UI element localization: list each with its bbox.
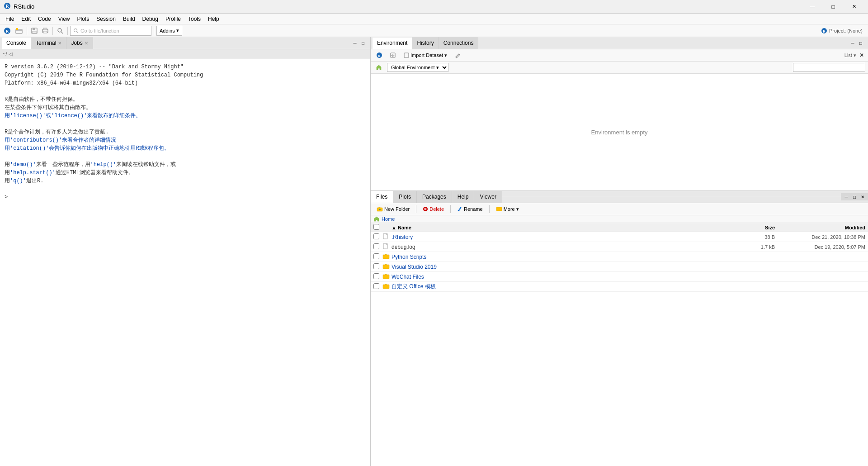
- console-maximize-button[interactable]: □: [359, 39, 367, 47]
- main-layout: Console Terminal ✕ Jobs ✕ ─ □ ~/ ◁ R ver…: [0, 37, 868, 466]
- menu-view[interactable]: View: [55, 14, 74, 24]
- minimize-button[interactable]: ─: [802, 0, 823, 14]
- close-jobs-tab[interactable]: ✕: [85, 41, 88, 46]
- tab-viewer[interactable]: Viewer: [474, 191, 502, 203]
- tab-plots[interactable]: Plots: [393, 191, 417, 203]
- menu-plots[interactable]: Plots: [74, 14, 93, 24]
- tab-terminal[interactable]: Terminal ✕: [31, 37, 66, 49]
- tab-connections[interactable]: Connections: [439, 37, 479, 49]
- svg-rect-28: [496, 207, 502, 211]
- menu-tools[interactable]: Tools: [184, 14, 204, 24]
- console-line-6: 用'license()'或'licence()'来看散布的详细条件。: [5, 112, 366, 120]
- file-checkbox[interactable]: [373, 283, 379, 289]
- console-path-bar: ~/ ◁: [0, 49, 370, 59]
- file-row: Python Scripts: [371, 252, 868, 262]
- svg-rect-5: [16, 28, 18, 30]
- env-load-button[interactable]: [387, 51, 399, 60]
- file-name[interactable]: 自定义 Office 模板: [392, 283, 730, 290]
- svg-text:R: R: [6, 29, 9, 33]
- console-line-blank1: [5, 87, 366, 95]
- new-folder-button[interactable]: + New Folder: [373, 204, 413, 214]
- addins-chevron-icon: ▾: [176, 28, 179, 33]
- menu-help[interactable]: Help: [204, 14, 223, 24]
- tab-help[interactable]: Help: [452, 191, 475, 203]
- console-output[interactable]: R version 3.6.2 (2019-12-12) -- "Dark an…: [0, 59, 370, 466]
- select-all-checkbox[interactable]: [373, 224, 379, 230]
- file-icon: [382, 233, 392, 241]
- menu-build[interactable]: Build: [119, 14, 139, 24]
- print-button[interactable]: [40, 26, 50, 36]
- svg-rect-22: [404, 53, 409, 57]
- console-line-1: R version 3.6.2 (2019-12-12) -- "Dark an…: [5, 63, 366, 71]
- env-minimize-button[interactable]: ─: [849, 39, 856, 47]
- tab-environment[interactable]: Environment: [373, 38, 412, 49]
- menu-code[interactable]: Code: [34, 14, 55, 24]
- breadcrumb-home[interactable]: Home: [382, 216, 395, 222]
- env-search-input[interactable]: [793, 63, 865, 72]
- env-close-button[interactable]: ✕: [858, 52, 865, 59]
- maximize-button[interactable]: □: [823, 0, 844, 14]
- file-checkbox[interactable]: [373, 253, 379, 259]
- menubar: File Edit Code View Plots Session Build …: [0, 14, 868, 24]
- env-save-button[interactable]: R: [373, 51, 385, 60]
- files-minimize-button[interactable]: ─: [843, 193, 850, 200]
- file-name[interactable]: .Rhistory: [392, 234, 730, 240]
- console-line-5: 在某些条件下你可以将其自由散布。: [5, 104, 366, 112]
- file-name[interactable]: debug.log: [392, 244, 730, 250]
- svg-rect-11: [43, 31, 47, 33]
- new-script-button[interactable]: R: [2, 26, 13, 36]
- open-button[interactable]: [14, 26, 24, 36]
- close-button[interactable]: ✕: [844, 0, 864, 14]
- save-button[interactable]: [29, 26, 39, 36]
- menu-profile[interactable]: Profile: [162, 14, 184, 24]
- console-line-12: 用'q()'退出R.: [5, 177, 366, 185]
- go-to-function-input[interactable]: Go to file/function: [70, 26, 151, 36]
- env-empty-message: Environment is empty: [371, 74, 868, 190]
- tab-packages[interactable]: Packages: [417, 191, 452, 203]
- file-name[interactable]: Python Scripts: [392, 254, 730, 260]
- tab-files[interactable]: Files: [371, 191, 393, 203]
- file-name[interactable]: Visual Studio 2019: [392, 264, 730, 270]
- console-line-9: 用'citation()'会告诉你如何在出版物中正确地引用R或R程序包。: [5, 144, 366, 152]
- tab-history[interactable]: History: [412, 37, 439, 49]
- console-prompt[interactable]: >: [5, 193, 366, 201]
- svg-point-12: [58, 29, 61, 32]
- go-to-func-placeholder: Go to file/function: [80, 28, 119, 33]
- rename-button[interactable]: Rename: [454, 204, 486, 214]
- menu-session[interactable]: Session: [93, 14, 119, 24]
- close-terminal-tab[interactable]: ✕: [58, 41, 61, 46]
- file-checkbox[interactable]: [373, 233, 379, 239]
- find-button[interactable]: [55, 26, 65, 36]
- files-maximize-button[interactable]: □: [851, 193, 858, 200]
- console-line-10: 用'demo()'来看一些示范程序，用'help()'来阅读在线帮助文件，或: [5, 161, 366, 169]
- svg-rect-7: [33, 28, 35, 30]
- more-button[interactable]: More ▾: [493, 204, 522, 214]
- env-maximize-button[interactable]: □: [857, 39, 864, 47]
- file-checkbox[interactable]: [373, 273, 379, 279]
- environment-panel: Environment History Connections ─ □ R: [371, 37, 868, 191]
- files-toolbar: + New Folder Delete Rename More ▾: [371, 203, 868, 215]
- console-minimize-button[interactable]: ─: [351, 39, 359, 47]
- env-brush-button[interactable]: [452, 51, 463, 60]
- files-close-button[interactable]: ✕: [859, 193, 866, 200]
- menu-edit[interactable]: Edit: [18, 14, 34, 24]
- file-checkbox[interactable]: [373, 263, 379, 269]
- env-home-button[interactable]: [373, 63, 384, 72]
- file-name[interactable]: WeChat Files: [392, 274, 730, 280]
- delete-button[interactable]: Delete: [420, 204, 447, 214]
- col-modified-header: Modified: [775, 225, 865, 230]
- file-checkbox[interactable]: [373, 243, 379, 249]
- addins-button[interactable]: Addins ▾: [156, 26, 182, 36]
- env-tab-bar: Environment History Connections ─ □: [371, 37, 868, 49]
- tab-console[interactable]: Console: [2, 38, 31, 49]
- console-line-blank3: [5, 152, 366, 161]
- menu-file[interactable]: File: [2, 14, 18, 24]
- svg-line-13: [61, 32, 63, 33]
- global-env-select[interactable]: Global Environment ▾: [387, 63, 448, 72]
- tab-jobs[interactable]: Jobs ✕: [66, 37, 93, 49]
- svg-rect-4: [16, 29, 22, 33]
- svg-rect-8: [33, 31, 36, 33]
- menu-debug[interactable]: Debug: [139, 14, 162, 24]
- env-import-button[interactable]: Import Dataset ▾: [401, 51, 450, 60]
- svg-rect-10: [43, 28, 47, 30]
